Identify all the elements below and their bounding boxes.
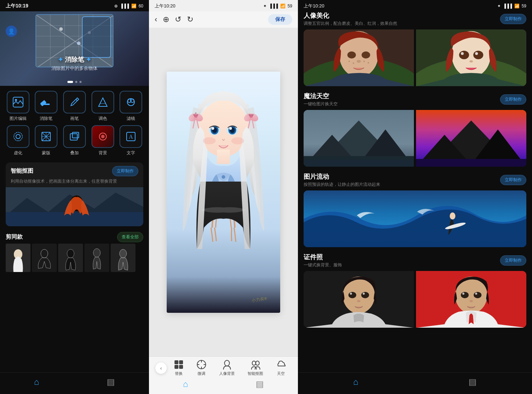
promo-banner[interactable]: 👤 消除笔 消除图片中的多余物体: [0, 11, 149, 86]
mid-toolbar: ‹ ⊕ ↺ ↻ 保存: [149, 11, 298, 28]
svg-line-19: [76, 99, 77, 101]
nav-bookmark-left[interactable]: ▤: [107, 377, 115, 387]
undo-btn[interactable]: ↺: [175, 15, 181, 24]
mid-tool-replace[interactable]: 替换: [174, 360, 184, 376]
smart-cutout-desc: 利用自动抠像技术，把画面主体分离出来，任意替换背景: [6, 178, 143, 187]
smart-cutout-btn[interactable]: 立即制作: [112, 166, 138, 176]
mid-tool-finetune[interactable]: 微调: [196, 360, 206, 376]
tool-erase-label: 消除笔: [40, 116, 52, 122]
filter-icon-box: [120, 91, 142, 113]
mid-tool-sky[interactable]: 天空: [276, 360, 286, 376]
dot-2[interactable]: [75, 81, 77, 83]
beauty-title-group: 人像美化 调整五官比例，配合磨皮、美白、红润，效果自然: [304, 11, 397, 27]
tool-text[interactable]: A 文字: [118, 125, 143, 156]
sky-after-image: [416, 110, 526, 167]
dot-1[interactable]: [67, 81, 73, 83]
beauty-title: 人像美化: [304, 11, 397, 20]
promo-subtitle: 消除图片中的多余物体: [51, 65, 98, 72]
tool-color[interactable]: 调色: [90, 91, 115, 122]
redo-btn[interactable]: ↻: [187, 15, 193, 24]
avatar-icon: 👤: [6, 26, 17, 37]
svg-rect-17: [40, 100, 46, 106]
film-frame-5[interactable]: [111, 244, 135, 272]
photo-edit-icon-box: [7, 91, 29, 113]
mid-tool-smart-cutout[interactable]: 智能抠图: [248, 360, 263, 376]
dot-3[interactable]: [79, 81, 82, 83]
id-photo-subtitle: 一键式换背景、服饰: [304, 262, 342, 268]
svg-point-103: [459, 51, 469, 59]
tool-erase[interactable]: 消除笔: [34, 91, 59, 122]
svg-point-132: [474, 292, 482, 298]
bluetooth-icon: ⊕: [114, 4, 118, 9]
blur-icon-box: [7, 125, 29, 148]
svg-point-73: [203, 137, 216, 144]
smart-cutout-icon: [250, 360, 260, 370]
tool-mask-label: 蒙版: [42, 150, 50, 156]
nav-home-left[interactable]: ⌂: [34, 377, 39, 387]
mid-tool-portrait-bg[interactable]: 人像背景: [219, 360, 235, 376]
smart-cutout-header: 智能抠图 立即制作: [6, 162, 143, 178]
promo-image: 👤: [0, 11, 149, 86]
tool-photo-edit[interactable]: 图片编辑: [6, 91, 31, 122]
svg-point-127: [363, 293, 365, 295]
nav-home-right[interactable]: ⌂: [353, 377, 359, 387]
nav-bookmark-right[interactable]: ▤: [469, 377, 477, 387]
photo-flow-btn[interactable]: 立即制作: [500, 175, 526, 185]
tool-brush[interactable]: 画笔: [62, 91, 87, 122]
svg-rect-118: [416, 159, 526, 167]
status-bar-right: 上午10:20 ✦ ▐▐▐ 📶 59: [298, 0, 532, 11]
id-photo-btn[interactable]: 立即制作: [500, 255, 526, 266]
beauty-btn[interactable]: 立即制作: [500, 14, 526, 24]
tool-overlay[interactable]: 叠加: [62, 125, 87, 156]
tool-bg[interactable]: 背景: [90, 125, 115, 156]
bottom-nav-left: ⌂ ▤: [0, 372, 149, 394]
magic-sky-subtitle: 一键给图片换天空: [304, 101, 338, 107]
mid-image-area: 小力矣⊕: [149, 28, 298, 356]
film-frame-3[interactable]: [58, 244, 83, 272]
signal-icon-mid: ▐▐▐: [269, 4, 278, 9]
magic-sky-btn[interactable]: 立即制作: [500, 94, 526, 105]
magic-sky-title: 魔法天空: [304, 92, 338, 100]
save-button[interactable]: 保存: [268, 14, 292, 25]
svg-point-46: [67, 249, 74, 258]
nav-home-mid[interactable]: ⌂: [183, 379, 188, 389]
tool-filter[interactable]: 滤镜: [118, 91, 143, 122]
svg-point-94: [362, 51, 370, 59]
svg-point-57: [193, 114, 195, 116]
jiantonk-btn[interactable]: 查看全部: [117, 232, 143, 242]
svg-point-25: [16, 134, 20, 139]
id-photo-title: 证件照: [304, 253, 342, 261]
svg-point-68: [211, 127, 214, 130]
svg-point-44: [41, 249, 48, 258]
film-frame-4[interactable]: [84, 244, 109, 272]
svg-point-72: [229, 127, 232, 130]
svg-rect-80: [174, 365, 178, 369]
mid-bottom-bar: ‹ 替换 微调: [149, 356, 298, 394]
film-frame-2[interactable]: [32, 244, 57, 272]
time-right: 上午10:20: [304, 3, 325, 9]
svg-point-107: [469, 60, 473, 62]
magic-sky-images: [304, 110, 526, 167]
mid-panel: 上午10:20 ✦ ▐▐▐ 📶 59 ‹ ⊕ ↺ ↻ 保存: [149, 0, 298, 394]
svg-point-16: [15, 99, 17, 101]
back-btn[interactable]: ‹: [155, 15, 157, 24]
svg-point-98: [368, 62, 369, 63]
svg-point-88: [252, 361, 256, 365]
mid-image: 小力矣⊕: [167, 72, 280, 313]
film-frame-1[interactable]: [6, 244, 31, 272]
svg-point-133: [462, 293, 464, 295]
svg-rect-18: [43, 104, 50, 105]
tool-mask[interactable]: 蒙版: [34, 125, 59, 156]
nav-bookmark-mid[interactable]: ▤: [256, 379, 264, 389]
sky-before-image: [304, 110, 414, 167]
layers-btn[interactable]: ⊕: [163, 15, 169, 24]
status-icons-right: ✦ ▐▐▐ 📶 59: [497, 4, 526, 9]
beauty-section: 人像美化 调整五官比例，配合磨皮、美白、红润，效果自然 立即制作: [298, 11, 532, 92]
time-mid: 上午10:20: [155, 3, 176, 9]
tool-text-label: 文字: [127, 150, 135, 156]
expand-tools-btn[interactable]: ‹: [155, 362, 167, 374]
tool-blur[interactable]: 虚化: [6, 125, 31, 156]
brush-icon-box: [63, 91, 86, 113]
svg-rect-14: [82, 17, 111, 57]
mid-tools-row: ‹ 替换 微调: [149, 360, 298, 376]
